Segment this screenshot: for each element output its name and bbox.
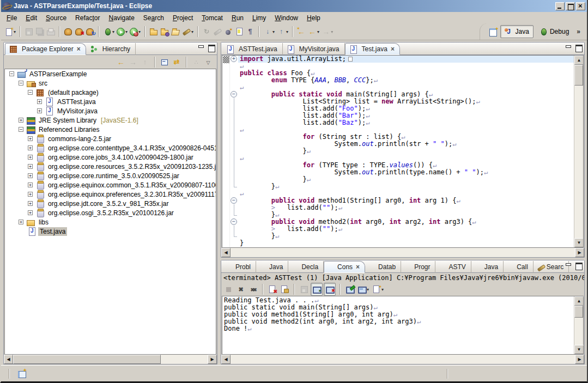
tree-item-referenced-libraries[interactable]: −Referenced Libraries [5,125,216,134]
editor-tab-test-java[interactable]: Test.java× [345,43,400,55]
scroll-track[interactable] [231,248,575,257]
open-package-button[interactable] [159,25,170,38]
package-explorer-tab-package-explorer[interactable]: Package Explorer× [5,43,86,55]
scroll-track[interactable] [574,306,583,345]
back-dropdown-arrow[interactable]: ▾ [317,29,319,34]
display-selected-console-button[interactable]: ▾ [356,283,370,296]
scroll-left-button[interactable]: ◀ [221,248,231,257]
tab-close-icon[interactable]: × [77,45,81,53]
menu-project[interactable]: Project [168,13,197,23]
scroll-lock-button[interactable] [279,283,290,296]
tomcat-stop-button[interactable] [74,25,84,38]
scroll-track[interactable] [231,355,575,364]
title-bar[interactable]: Java - ASTParserExample/Test.java - Ecli… [1,0,587,12]
console-vscrollbar[interactable]: ▲▼ [574,296,583,354]
tab-close-icon[interactable]: × [356,263,360,271]
tree-expander[interactable]: − [19,81,23,86]
tree-item-asttest-java[interactable]: +ASTTest.java [5,97,216,106]
tree-item-myvisitor-java[interactable]: +MyVisitor.java [5,106,216,115]
tree-expander[interactable]: + [28,201,33,206]
tree-expander[interactable]: + [28,136,33,141]
perspective-java-button[interactable]: Java [500,25,534,38]
annotation-ruler[interactable] [222,56,230,247]
bottom-tab-datab[interactable]: Datab [365,261,401,273]
scroll-down-button[interactable]: ▼ [574,238,584,247]
bottom-tab-call[interactable]: Call [504,261,534,273]
mark-occurrences-button[interactable] [234,25,245,38]
tree-item-libs[interactable]: +libs [5,217,216,227]
maximize-button[interactable] [575,263,582,269]
run-external-tools-dropdown-arrow[interactable]: ▾ [138,29,141,34]
debug-dropdown-arrow[interactable]: ▾ [112,29,114,34]
clear-console-button[interactable] [267,283,278,296]
last-edit-location-button[interactable] [296,25,307,38]
tree-item-org-eclipse-core-runtime-3-5-0-v20090525-jar[interactable]: +org.eclipse.core.runtime_3.5.0.v2009052… [5,171,216,180]
show-stderr-when-changed-button[interactable] [324,283,336,296]
open-perspective-button[interactable] [488,25,499,38]
tree-item-test-java[interactable]: Test.java [5,227,216,236]
display-selected-console-dropdown-arrow[interactable]: ▾ [367,287,369,292]
run-dropdown-arrow[interactable]: ▾ [125,29,128,34]
tree-item-org-eclipse-core-resources-3-5-2-r35x-v20091203-1235-jar[interactable]: +org.eclipse.core.resources_3.5.2.R35x_v… [5,162,216,171]
run-gc-button[interactable] [223,25,234,38]
back-button[interactable]: ▾ [307,25,320,38]
bottom-tab-decla[interactable]: Decla [288,261,324,273]
tree-expander[interactable]: + [28,164,33,169]
fold-collapsed-marker[interactable]: + [231,56,237,62]
tree-expander[interactable]: − [19,127,23,132]
next-annotation-button[interactable]: ▾ [262,25,276,38]
run-button[interactable]: ▾ [116,25,129,38]
perspective-overflow-chevron[interactable]: » [574,28,583,35]
editor-tab-myvisitor-java[interactable]: MyVisitor.java [283,43,345,55]
tree-expander[interactable]: + [28,173,33,178]
fold-expanded-marker[interactable]: − [231,197,237,204]
menu-search[interactable]: Search [139,13,168,23]
show-whitespace-button[interactable] [245,25,256,38]
tree-item-default-package[interactable]: −(default package) [5,88,216,97]
scroll-thumb[interactable] [13,355,161,364]
bottom-tab-progr[interactable]: Progr [401,261,435,273]
menu-refactor[interactable]: Refactor [71,13,104,23]
link-with-editor-button[interactable] [171,56,182,69]
view-menu-button[interactable] [203,56,214,69]
menu-run[interactable]: Run [227,13,248,23]
run-external-tools-button[interactable]: ▾ [129,25,142,38]
window-close-button[interactable] [576,2,585,10]
window-minimize-button[interactable] [555,2,565,10]
package-explorer-tree[interactable]: −ASTParserExample−src−(default package)+… [4,69,216,355]
forward-dropdown-arrow[interactable]: ▾ [331,29,333,34]
minimize-button[interactable] [565,263,572,269]
window-maximize-button[interactable] [566,2,575,10]
tree-item-org-eclipse-equinox-preferences-3-2-301-r35x-v20091117-jar[interactable]: +org.eclipse.equinox.preferences_3.2.301… [5,190,216,199]
menu-limy[interactable]: Limy [248,13,270,23]
bottom-tab-java[interactable]: Java [256,261,288,273]
editor-vscrollbar[interactable]: ▲▼ [574,56,583,247]
maximize-button[interactable] [208,45,215,51]
new-wizard-button[interactable]: ▾ [3,25,17,38]
back-button[interactable] [116,56,126,69]
scroll-up-button[interactable]: ▲ [574,56,584,65]
fold-expanded-marker[interactable]: − [231,91,237,98]
bottom-tab-java[interactable]: Java [471,261,504,273]
scroll-down-button[interactable]: ▼ [574,345,584,354]
tree-expander[interactable]: + [19,118,23,123]
scroll-left-button[interactable]: ◀ [221,355,231,364]
tree-item-org-eclipse-core-contenttype-3-4-1-r35x-v20090826-0451-jar[interactable]: +org.eclipse.core.contenttype_3.4.1.R35x… [5,143,216,153]
remove-all-launches-button[interactable] [247,283,258,296]
collapse-all-button[interactable] [159,56,170,69]
pin-console-button[interactable] [344,283,355,296]
tree-expander[interactable]: − [9,71,14,76]
remove-launch-button[interactable] [235,283,246,296]
tree-expander[interactable]: + [37,99,42,104]
tree-expander[interactable]: − [28,90,33,95]
menu-edit[interactable]: Edit [21,13,41,23]
open-console-button[interactable]: ▾ [371,283,385,296]
java-element-search-button[interactable]: ▾ [181,25,195,38]
scroll-up-button[interactable]: ▲ [574,296,584,306]
scroll-track[interactable] [13,355,208,364]
editor-hscrollbar[interactable]: ◀▶ [221,248,584,257]
editor-body[interactable]: +−−− import java.util.ArrayList;↵public … [222,55,584,248]
tree-expander[interactable]: + [28,155,33,160]
java-element-search-dropdown-arrow[interactable]: ▾ [191,29,193,34]
bottom-tab-searc[interactable]: Searc [534,261,569,273]
